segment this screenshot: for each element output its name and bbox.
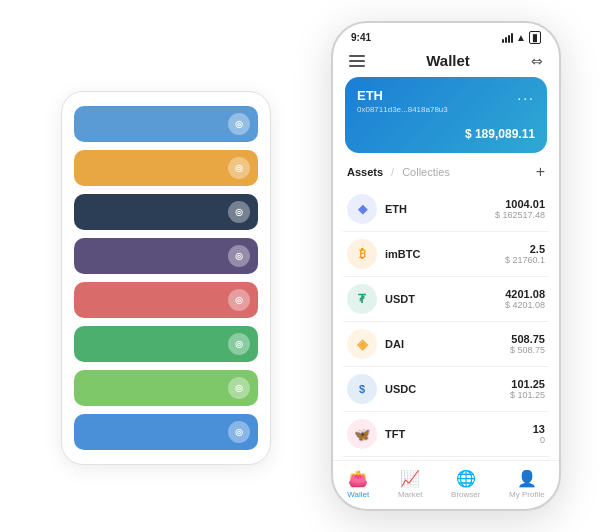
usdc-primary: 101.25	[510, 378, 545, 390]
profile-nav-label: My Profile	[509, 490, 545, 499]
tab-collectibles[interactable]: Collecties	[402, 166, 450, 178]
battery-icon: ▮	[529, 31, 541, 44]
eth-secondary: $ 162517.48	[495, 210, 545, 220]
card-item[interactable]: ◎	[74, 150, 258, 186]
asset-name-usdt: USDT	[385, 293, 505, 305]
tft-secondary: 0	[533, 435, 545, 445]
eth-balance: $ 189,089.11	[357, 120, 535, 143]
nav-browser[interactable]: 🌐 Browser	[451, 469, 480, 499]
asset-name-tft: TFT	[385, 428, 533, 440]
phone-header: Wallet ⇔	[333, 48, 559, 77]
card-dot: ◎	[228, 245, 250, 267]
tab-separator: /	[391, 166, 394, 178]
card-item[interactable]: ◎	[74, 106, 258, 142]
eth-card-title: ETH	[357, 88, 383, 103]
usdc-amounts: 101.25 $ 101.25	[510, 378, 545, 400]
eth-card-header: ETH ...	[357, 87, 535, 103]
wallet-nav-label: Wallet	[347, 490, 369, 499]
asset-name-eth: ETH	[385, 203, 495, 215]
menu-button[interactable]	[349, 55, 365, 67]
eth-icon: ◆	[347, 194, 377, 224]
asset-name-usdc: USDC	[385, 383, 510, 395]
card-dot: ◎	[228, 157, 250, 179]
page-title: Wallet	[426, 52, 470, 69]
usdt-primary: 4201.08	[505, 288, 545, 300]
imbtc-icon: ₿	[347, 239, 377, 269]
status-icons: ▲ ▮	[502, 31, 541, 44]
phone-frame: 9:41 ▲ ▮ Wallet ⇔	[331, 21, 561, 511]
card-stack: ◎ ◎ ◎ ◎ ◎ ◎ ◎ ◎	[61, 91, 271, 465]
usdc-icon: $	[347, 374, 377, 404]
usdc-secondary: $ 101.25	[510, 390, 545, 400]
asset-row-usdc[interactable]: $ USDC 101.25 $ 101.25	[343, 367, 549, 412]
card-item[interactable]: ◎	[74, 414, 258, 450]
usdt-icon: ₮	[347, 284, 377, 314]
tft-amounts: 13 0	[533, 423, 545, 445]
card-dot: ◎	[228, 289, 250, 311]
asset-list: ◆ ETH 1004.01 $ 162517.48 ₿ imBTC 2.5 $ …	[333, 187, 559, 460]
balance-value: 189,089.11	[472, 127, 535, 141]
browser-nav-label: Browser	[451, 490, 480, 499]
balance-prefix: $	[465, 127, 472, 141]
eth-primary: 1004.01	[495, 198, 545, 210]
status-bar: 9:41 ▲ ▮	[333, 23, 559, 48]
card-dot: ◎	[228, 421, 250, 443]
asset-row-dai[interactable]: ◈ DAI 508.75 $ 508.75	[343, 322, 549, 367]
signal-icon	[502, 33, 513, 43]
bottom-nav: 👛 Wallet 📈 Market 🌐 Browser 👤 My Profile	[333, 460, 559, 509]
browser-nav-icon: 🌐	[456, 469, 476, 488]
asset-name-imbtc: imBTC	[385, 248, 505, 260]
nav-wallet[interactable]: 👛 Wallet	[347, 469, 369, 499]
card-item[interactable]: ◎	[74, 238, 258, 274]
nav-market[interactable]: 📈 Market	[398, 469, 422, 499]
card-dot: ◎	[228, 201, 250, 223]
card-item[interactable]: ◎	[74, 282, 258, 318]
dai-icon: ◈	[347, 329, 377, 359]
eth-card[interactable]: ETH ... 0x08711d3e...8418a78u3 $ 189,089…	[345, 77, 547, 153]
usdt-secondary: $ 4201.08	[505, 300, 545, 310]
wallet-nav-icon: 👛	[348, 469, 368, 488]
add-asset-button[interactable]: +	[536, 163, 545, 181]
eth-address: 0x08711d3e...8418a78u3	[357, 105, 535, 114]
imbtc-primary: 2.5	[505, 243, 545, 255]
tft-primary: 13	[533, 423, 545, 435]
expand-icon[interactable]: ⇔	[531, 53, 543, 69]
asset-name-dai: DAI	[385, 338, 510, 350]
asset-row-eth[interactable]: ◆ ETH 1004.01 $ 162517.48	[343, 187, 549, 232]
card-item[interactable]: ◎	[74, 194, 258, 230]
asset-row-imbtc[interactable]: ₿ imBTC 2.5 $ 21760.1	[343, 232, 549, 277]
asset-row-usdt[interactable]: ₮ USDT 4201.08 $ 4201.08	[343, 277, 549, 322]
eth-card-menu[interactable]: ...	[517, 87, 535, 103]
assets-tabs: Assets / Collecties	[347, 166, 450, 178]
card-dot: ◎	[228, 333, 250, 355]
eth-amounts: 1004.01 $ 162517.48	[495, 198, 545, 220]
assets-header: Assets / Collecties +	[333, 163, 559, 187]
market-nav-icon: 📈	[400, 469, 420, 488]
usdt-amounts: 4201.08 $ 4201.08	[505, 288, 545, 310]
asset-row-tft[interactable]: 🦋 TFT 13 0	[343, 412, 549, 457]
tft-icon: 🦋	[347, 419, 377, 449]
status-time: 9:41	[351, 32, 371, 43]
card-item[interactable]: ◎	[74, 370, 258, 406]
scene: ◎ ◎ ◎ ◎ ◎ ◎ ◎ ◎ 9:41	[11, 11, 591, 521]
nav-profile[interactable]: 👤 My Profile	[509, 469, 545, 499]
dai-secondary: $ 508.75	[510, 345, 545, 355]
card-dot: ◎	[228, 377, 250, 399]
tab-assets[interactable]: Assets	[347, 166, 383, 178]
market-nav-label: Market	[398, 490, 422, 499]
imbtc-amounts: 2.5 $ 21760.1	[505, 243, 545, 265]
imbtc-secondary: $ 21760.1	[505, 255, 545, 265]
wifi-icon: ▲	[516, 32, 526, 43]
card-item[interactable]: ◎	[74, 326, 258, 362]
dai-amounts: 508.75 $ 508.75	[510, 333, 545, 355]
card-dot: ◎	[228, 113, 250, 135]
dai-primary: 508.75	[510, 333, 545, 345]
profile-nav-icon: 👤	[517, 469, 537, 488]
